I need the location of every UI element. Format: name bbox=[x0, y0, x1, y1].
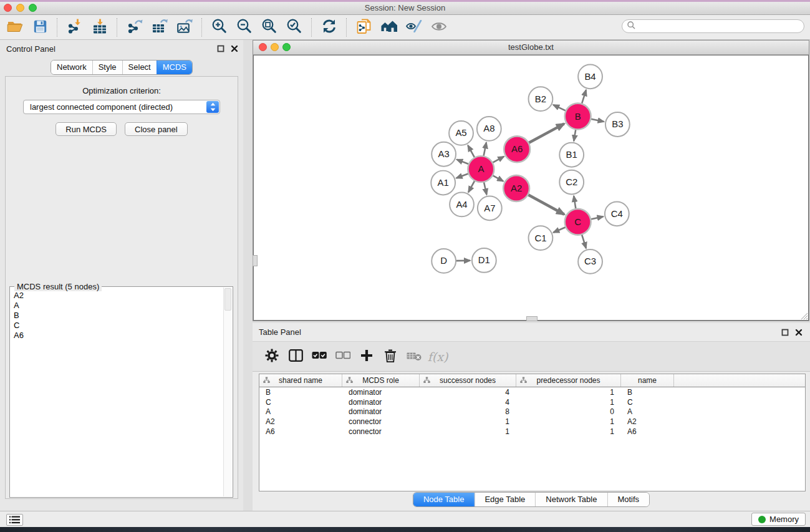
node-C3[interactable]: C3 bbox=[578, 249, 602, 274]
node-B1[interactable]: B1 bbox=[559, 143, 584, 167]
network-zoom-button[interactable] bbox=[282, 43, 291, 51]
task-history-button[interactable] bbox=[6, 514, 23, 526]
close-panel-button[interactable] bbox=[230, 44, 238, 52]
result-scrollbar-thumb[interactable] bbox=[224, 288, 231, 311]
column-header-mcds-role[interactable]: MCDS role bbox=[342, 374, 420, 387]
network-graph[interactable]: B4 B2 B B3 A8 A5 A6 A3 B1 A bbox=[254, 56, 808, 320]
tab-mcds[interactable]: MCDS bbox=[157, 60, 192, 74]
export-table-button[interactable] bbox=[147, 17, 172, 38]
table-row-c[interactable]: Cdominator41C bbox=[259, 397, 805, 407]
table-tab-edge-table[interactable]: Edge Table bbox=[474, 493, 535, 506]
table-tab-network-table[interactable]: Network Table bbox=[535, 493, 607, 506]
deselect-all-button[interactable] bbox=[335, 346, 351, 367]
edge-B-B3[interactable] bbox=[589, 118, 604, 122]
minimize-window-button[interactable] bbox=[16, 4, 24, 12]
zoom-selected-button[interactable] bbox=[282, 17, 307, 38]
mcds-result-item[interactable]: A2 bbox=[14, 291, 223, 301]
edge-C-C3[interactable] bbox=[581, 233, 586, 248]
table-row-b[interactable]: Bdominator41B bbox=[259, 387, 805, 397]
first-neighbors-button[interactable] bbox=[377, 17, 402, 38]
network-canvas[interactable]: B4 B2 B B3 A8 A5 A6 A3 B1 A bbox=[253, 55, 809, 321]
select-all-button[interactable] bbox=[311, 346, 327, 367]
apply-layout-button[interactable] bbox=[317, 17, 342, 38]
node-D[interactable]: D bbox=[432, 249, 456, 273]
delete-table-button[interactable] bbox=[406, 346, 422, 367]
settings-button[interactable] bbox=[264, 346, 280, 367]
mcds-result-item[interactable]: A bbox=[14, 301, 223, 311]
node-A7[interactable]: A7 bbox=[478, 196, 502, 220]
column-header-successor-nodes[interactable]: successor nodes bbox=[420, 374, 516, 387]
import-table-button[interactable] bbox=[87, 17, 112, 38]
table-row-a2[interactable]: A2connector11A2 bbox=[259, 417, 805, 427]
node-C1[interactable]: C1 bbox=[529, 226, 553, 250]
edge-C-C4[interactable] bbox=[589, 216, 603, 220]
node-A3[interactable]: A3 bbox=[432, 142, 456, 167]
network-close-button[interactable] bbox=[259, 43, 267, 51]
node-B3[interactable]: B3 bbox=[605, 112, 630, 137]
node-D1[interactable]: D1 bbox=[472, 248, 496, 273]
splitter-handle-bottom[interactable] bbox=[526, 316, 538, 321]
delete-column-button[interactable] bbox=[382, 346, 398, 367]
table-row-a6[interactable]: A6connector11A6 bbox=[259, 427, 805, 437]
mcds-result-item[interactable]: B bbox=[14, 311, 223, 321]
split-view-button[interactable] bbox=[287, 346, 304, 367]
edge-A-A3[interactable] bbox=[456, 160, 470, 165]
node-C[interactable]: C bbox=[565, 209, 591, 235]
splitter-handle-left[interactable] bbox=[253, 255, 258, 266]
node-A1[interactable]: A1 bbox=[431, 171, 455, 195]
node-C2[interactable]: C2 bbox=[559, 170, 584, 195]
column-header-predecessor-nodes[interactable]: predecessor nodes bbox=[516, 374, 621, 387]
edge-A-A6[interactable] bbox=[491, 157, 504, 163]
import-network-button[interactable] bbox=[62, 17, 87, 38]
edge-A-A5[interactable] bbox=[468, 145, 475, 159]
zoom-out-button[interactable] bbox=[232, 17, 257, 38]
close-table-panel-button[interactable] bbox=[794, 328, 803, 336]
tab-select[interactable]: Select bbox=[122, 60, 157, 74]
column-header-name[interactable]: name bbox=[621, 374, 674, 387]
node-A6[interactable]: A6 bbox=[504, 136, 530, 162]
node-A5[interactable]: A5 bbox=[449, 121, 473, 145]
node-A4[interactable]: A4 bbox=[450, 192, 474, 216]
edge-A6-B[interactable] bbox=[528, 123, 564, 143]
edge-C-C1[interactable] bbox=[553, 226, 567, 232]
network-minimize-button[interactable] bbox=[271, 43, 279, 51]
result-scrollbar[interactable] bbox=[223, 288, 232, 496]
mcds-result-item[interactable]: A6 bbox=[14, 331, 223, 341]
clone-network-button[interactable] bbox=[352, 17, 377, 38]
memory-button[interactable]: Memory bbox=[751, 513, 806, 526]
edge-B-B4[interactable] bbox=[581, 90, 586, 105]
save-session-button[interactable] bbox=[27, 17, 52, 38]
close-panel-button-secondary[interactable]: Close panel bbox=[125, 122, 188, 136]
table-tab-motifs[interactable]: Motifs bbox=[607, 493, 649, 506]
criterion-dropdown[interactable]: largest connected component (directed) bbox=[23, 100, 220, 114]
node-A[interactable]: A bbox=[468, 156, 494, 182]
show-all-button[interactable] bbox=[427, 17, 451, 38]
node-B2[interactable]: B2 bbox=[529, 87, 553, 111]
tab-network[interactable]: Network bbox=[51, 60, 92, 74]
edge-A-A1[interactable] bbox=[456, 173, 470, 178]
add-column-button[interactable] bbox=[359, 346, 375, 367]
edge-A-A4[interactable] bbox=[468, 180, 475, 192]
edge-A-A7[interactable] bbox=[483, 181, 486, 195]
node-A2[interactable]: A2 bbox=[503, 175, 529, 201]
tab-style[interactable]: Style bbox=[92, 60, 122, 74]
node-B[interactable]: B bbox=[565, 104, 591, 130]
table-row-a[interactable]: Adominator80A bbox=[259, 407, 805, 417]
float-table-panel-button[interactable] bbox=[781, 328, 789, 336]
node-B4[interactable]: B4 bbox=[578, 64, 602, 89]
float-panel-button[interactable] bbox=[216, 44, 224, 52]
network-window-titlebar[interactable]: testGlobe.txt bbox=[253, 41, 809, 55]
resize-grip-icon[interactable] bbox=[799, 311, 808, 320]
export-image-button[interactable] bbox=[172, 17, 197, 38]
edge-A-A8[interactable] bbox=[483, 142, 486, 157]
function-builder-button[interactable]: f(x) bbox=[430, 346, 446, 367]
hide-selected-button[interactable] bbox=[402, 17, 427, 38]
mcds-result-item[interactable]: C bbox=[14, 321, 223, 331]
close-window-button[interactable] bbox=[4, 4, 12, 12]
column-header-shared-name[interactable]: shared name bbox=[259, 374, 342, 387]
run-mcds-button[interactable]: Run MCDS bbox=[55, 122, 117, 136]
zoom-fit-button[interactable] bbox=[257, 17, 282, 38]
edge-A2-C[interactable] bbox=[527, 194, 564, 215]
node-A8[interactable]: A8 bbox=[477, 117, 501, 141]
table-tab-node-table[interactable]: Node Table bbox=[413, 493, 475, 506]
